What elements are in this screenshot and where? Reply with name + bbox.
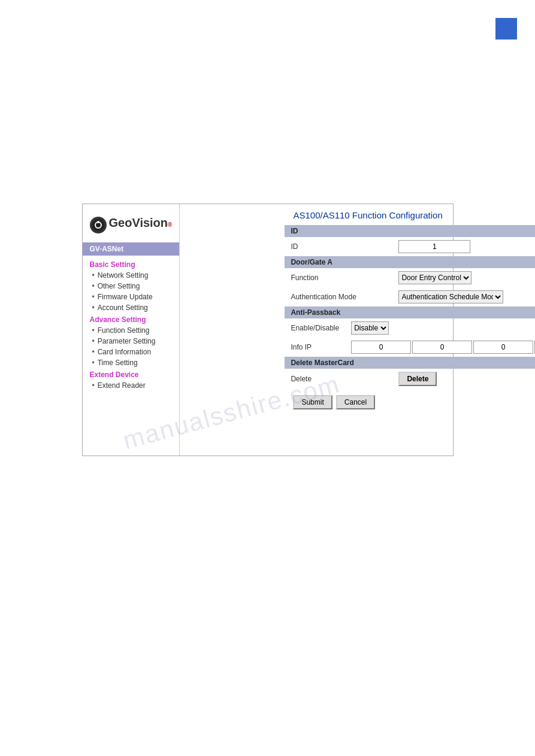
info-ip-label: Info IP (285, 338, 345, 357)
ip-octet-1[interactable] (351, 341, 411, 354)
function-value-cell: Door Entry Control (392, 268, 535, 287)
id-section-header: ID (285, 225, 535, 237)
delete-mastercard-header: Delete MasterCard (285, 357, 535, 369)
svg-point-2 (97, 221, 99, 223)
id-row: ID (285, 237, 535, 256)
function-row: Function Door Entry Control (285, 268, 535, 287)
anti-passback-header: Anti-Passback (285, 306, 535, 318)
advance-setting-title: Advance Setting (83, 313, 180, 325)
sidebar-item-account-setting[interactable]: Account Setting (83, 302, 180, 313)
logo-icon (90, 217, 107, 233)
page-title: AS100/AS110 Function Configuration (285, 204, 535, 225)
delete-label: Delete (285, 369, 392, 389)
logo-text: GeoVision® (109, 216, 173, 234)
auth-mode-value-cell: Authentication Schedule Mode (392, 287, 535, 306)
id-label: ID (285, 237, 392, 256)
enable-disable-row: Enable/Disable Disable Enable (285, 318, 535, 338)
logo-area: GeoVision® (83, 210, 180, 242)
extend-device-title: Extend Device (83, 368, 180, 380)
sidebar-item-function-setting[interactable]: Function Setting (83, 325, 180, 336)
submit-button[interactable]: Submit (293, 395, 332, 409)
id-table: ID (285, 237, 535, 256)
auth-mode-label: Authentication Mode (285, 287, 392, 306)
delete-mastercard-table: Delete Delete (285, 369, 535, 389)
info-ip-row: Info IP (285, 338, 535, 357)
ip-octet-2[interactable] (412, 341, 472, 354)
cancel-button[interactable]: Cancel (336, 395, 375, 409)
enable-disable-label: Enable/Disable (285, 318, 345, 338)
ip-inputs-group (351, 341, 535, 354)
function-label: Function (285, 268, 392, 287)
sidebar-item-extend-reader[interactable]: Extend Reader (83, 380, 180, 391)
nav-gvasnet-label: GV-ASNet (83, 242, 180, 256)
function-select[interactable]: Door Entry Control (398, 271, 471, 284)
delete-button[interactable]: Delete (398, 372, 437, 386)
door-gate-table: Function Door Entry Control Authenticati… (285, 268, 535, 306)
id-value-cell (392, 237, 535, 256)
anti-passback-table: Enable/Disable Disable Enable Info IP (285, 318, 535, 357)
bottom-buttons: Submit Cancel (285, 389, 535, 415)
sidebar-item-other-setting[interactable]: Other Setting (83, 281, 180, 292)
sidebar: GeoVision® GV-ASNet Basic Setting Networ… (83, 204, 180, 456)
content-area: AS100/AS110 Function Configuration ID ID… (285, 204, 535, 456)
auth-mode-select[interactable]: Authentication Schedule Mode (398, 290, 503, 303)
basic-setting-title: Basic Setting (83, 258, 180, 270)
blue-corner-decoration (495, 18, 517, 40)
enable-disable-select[interactable]: Disable Enable (351, 321, 389, 335)
sidebar-item-card-information[interactable]: Card Information (83, 347, 180, 357)
id-input[interactable] (398, 240, 470, 253)
info-ip-value-cell (345, 338, 535, 357)
door-gate-header: Door/Gate A (285, 256, 535, 268)
delete-button-cell: Delete (392, 369, 535, 389)
enable-disable-value-cell: Disable Enable (345, 318, 535, 338)
sidebar-item-firmware-update[interactable]: Firmware Update (83, 292, 180, 302)
auth-mode-row: Authentication Mode Authentication Sched… (285, 287, 535, 306)
sidebar-item-time-setting[interactable]: Time Setting (83, 357, 180, 368)
delete-row: Delete Delete (285, 369, 535, 389)
sidebar-item-network-setting[interactable]: Network Setting (83, 270, 180, 281)
ip-octet-3[interactable] (473, 341, 533, 354)
sidebar-item-parameter-setting[interactable]: Parameter Setting (83, 336, 180, 347)
